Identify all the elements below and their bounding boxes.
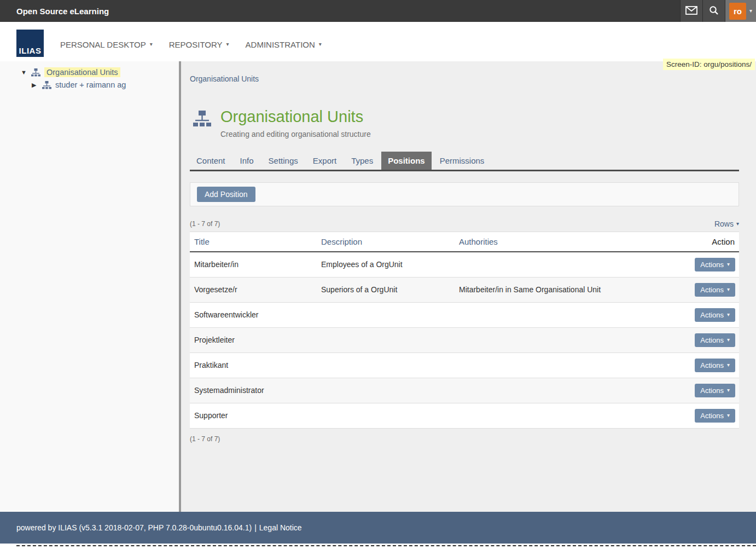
actions-button-label: Actions xyxy=(700,361,724,369)
caret-down-icon: ▾ xyxy=(727,287,730,292)
table-row: Supporter Actions ▾ xyxy=(190,403,739,429)
search-button[interactable] xyxy=(702,0,725,22)
mail-button[interactable] xyxy=(680,0,702,22)
header: ILIAS PERSONAL DESKTOP ▾ REPOSITORY ▾ AD… xyxy=(0,22,756,61)
nav-label: ADMINISTRATION xyxy=(246,40,315,49)
user-menu-button[interactable]: ro ▾ xyxy=(725,0,756,22)
actions-button[interactable]: Actions ▾ xyxy=(695,258,735,271)
table-row: Projektleiter Actions ▾ xyxy=(190,328,739,353)
tab-bar: Content Info Settings Export Types Posit… xyxy=(190,152,739,171)
caret-down-icon: ▾ xyxy=(727,262,730,267)
collapse-triangle-icon[interactable]: ▼ xyxy=(21,69,27,76)
table-meta-top: (1 - 7 of 7) Rows ▾ xyxy=(190,219,739,228)
cell-authorities xyxy=(455,410,687,421)
cell-description xyxy=(317,334,455,345)
topbar: Open Source eLearning xyxy=(0,0,756,22)
table-row: Vorgesetze/r Superiors of a OrgUnit Mita… xyxy=(190,278,739,303)
rows-dropdown[interactable]: Rows ▾ xyxy=(714,219,739,228)
title-texts: Organisational Units Creating and editin… xyxy=(220,108,371,138)
tab-content[interactable]: Content xyxy=(190,152,232,170)
tab-settings[interactable]: Settings xyxy=(262,152,305,170)
page-subtitle: Creating and editing organisational stru… xyxy=(220,130,371,138)
breadcrumb-link[interactable]: Organisational Units xyxy=(190,74,259,83)
actions-button[interactable]: Actions ▾ xyxy=(695,384,735,397)
caret-down-icon: ▾ xyxy=(727,388,730,393)
footer-powered-text: powered by ILIAS (v5.3.1 2018-02-07, PHP… xyxy=(16,523,252,532)
caret-down-icon: ▾ xyxy=(319,42,322,47)
actions-button[interactable]: Actions ▾ xyxy=(695,308,735,322)
actions-button-label: Actions xyxy=(700,336,724,344)
legal-notice-link[interactable]: Legal Notice xyxy=(259,523,302,532)
orgunit-icon xyxy=(42,81,51,89)
tab-info[interactable]: Info xyxy=(234,152,260,170)
column-header-description[interactable]: Description xyxy=(321,237,362,246)
cell-title: Mitarbeiter/in xyxy=(190,255,317,274)
caret-down-icon: ▾ xyxy=(749,8,752,14)
column-header-authorities[interactable]: Authorities xyxy=(459,237,498,246)
result-range-top: (1 - 7 of 7) xyxy=(190,220,220,228)
actions-button[interactable]: Actions ▾ xyxy=(695,359,735,372)
nav-repository[interactable]: REPOSITORY ▾ xyxy=(169,40,229,49)
page-title-block: Organisational Units Creating and editin… xyxy=(193,108,739,138)
cell-title: Softwareentwickler xyxy=(190,305,317,325)
cell-authorities xyxy=(455,334,687,345)
footer-separator: | xyxy=(254,523,257,532)
tab-positions[interactable]: Positions xyxy=(381,152,432,170)
bottom-strip xyxy=(0,544,756,549)
result-range-bottom: (1 - 7 of 7) xyxy=(190,435,739,443)
toolbar: Add Position xyxy=(190,182,739,206)
expand-triangle-icon[interactable]: ▶ xyxy=(32,82,38,89)
caret-down-icon: ▾ xyxy=(727,362,730,368)
actions-button[interactable]: Actions ▾ xyxy=(695,283,735,297)
table-body: Mitarbeiter/in Employees of a OrgUnit Ac… xyxy=(190,252,739,429)
column-header-action: Action xyxy=(712,237,735,246)
caret-down-icon: ▾ xyxy=(727,337,730,343)
caret-down-icon: ▾ xyxy=(736,221,739,227)
tab-permissions[interactable]: Permissions xyxy=(433,152,491,170)
cell-description: Superiors of a OrgUnit xyxy=(317,280,455,299)
cell-description xyxy=(317,309,455,320)
breadcrumb: Organisational Units xyxy=(190,74,739,83)
main-content: Organisational Units Organisational Unit… xyxy=(181,61,756,512)
cell-title: Systemadministrator xyxy=(190,380,317,400)
cell-title: Supporter xyxy=(190,406,317,425)
tab-export[interactable]: Export xyxy=(306,152,343,170)
actions-button-label: Actions xyxy=(700,311,724,319)
mail-icon xyxy=(685,6,697,16)
column-header-title[interactable]: Title xyxy=(194,237,210,246)
search-icon xyxy=(709,5,719,17)
actions-button-label: Actions xyxy=(700,386,724,395)
caret-down-icon: ▾ xyxy=(727,312,730,317)
table-row: Mitarbeiter/in Employees of a OrgUnit Ac… xyxy=(190,252,739,278)
nav-personal-desktop[interactable]: PERSONAL DESKTOP ▾ xyxy=(60,40,153,49)
positions-table: Title Description Authorities Action Mit… xyxy=(190,232,739,429)
cell-authorities xyxy=(455,385,687,396)
page-title: Organisational Units xyxy=(220,108,371,126)
cell-authorities xyxy=(455,259,687,270)
cell-description xyxy=(317,410,455,421)
table-row: Praktikant Actions ▾ xyxy=(190,353,739,378)
table-row: Systemadministrator Actions ▾ xyxy=(190,378,739,403)
tab-types[interactable]: Types xyxy=(345,152,380,170)
caret-down-icon: ▾ xyxy=(226,42,229,47)
add-position-button[interactable]: Add Position xyxy=(197,187,255,202)
topbar-buttons: ro ▾ xyxy=(680,0,756,22)
main-nav: PERSONAL DESKTOP ▾ REPOSITORY ▾ ADMINIST… xyxy=(60,40,322,49)
ilias-logo[interactable]: ILIAS xyxy=(16,30,44,57)
orgunit-page-icon xyxy=(193,111,211,138)
ilias-page: Open Source eLearning xyxy=(0,0,756,549)
tree-link-organisational-units[interactable]: Organisational Units xyxy=(44,67,120,77)
avatar: ro xyxy=(729,3,746,20)
actions-button[interactable]: Actions ▾ xyxy=(695,409,735,423)
tree-link-studer-raimann[interactable]: studer + raimann ag xyxy=(55,80,126,89)
nav-label: REPOSITORY xyxy=(169,40,223,49)
nav-label: PERSONAL DESKTOP xyxy=(60,40,146,49)
cell-authorities xyxy=(455,309,687,320)
cell-description xyxy=(317,385,455,396)
nav-administration[interactable]: ADMINISTRATION ▾ xyxy=(246,40,322,49)
cell-description: Employees of a OrgUnit xyxy=(317,255,455,274)
focus-dotted-line xyxy=(16,545,756,546)
actions-button[interactable]: Actions ▾ xyxy=(695,333,735,347)
rows-dropdown-label: Rows xyxy=(714,219,734,228)
client-title: Open Source eLearning xyxy=(0,7,680,16)
